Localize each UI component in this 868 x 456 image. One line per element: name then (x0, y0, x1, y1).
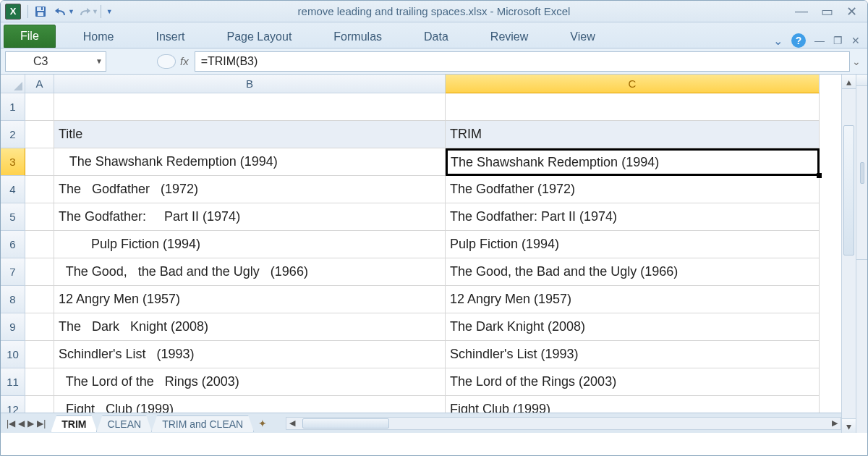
row-header-3[interactable]: 3 (1, 148, 25, 176)
cell-b1[interactable] (54, 93, 446, 121)
vertical-scrollbar[interactable]: ▴ ▾ (841, 75, 856, 433)
vscroll-down-icon[interactable]: ▾ (842, 418, 856, 433)
sheet-tab-trim[interactable]: TRIM (51, 415, 97, 432)
cell-c4[interactable]: The Godfather (1972) (446, 176, 820, 203)
name-box-dropdown-icon[interactable]: ▼ (95, 57, 103, 65)
cell-a6[interactable] (25, 231, 54, 258)
row-header-1[interactable]: 1 (1, 93, 25, 121)
excel-app-icon[interactable]: X (5, 4, 21, 20)
cell-a8[interactable] (25, 286, 54, 313)
sheet-nav-prev-icon[interactable]: ◀ (18, 418, 25, 428)
minimize-button[interactable]: ― (795, 4, 808, 20)
cell-b5[interactable]: The Godfather: Part II (1974) (54, 203, 446, 231)
cell-a2[interactable] (25, 121, 54, 148)
cell-b9[interactable]: The Dark Knight (2008) (54, 313, 446, 341)
row-header-6[interactable]: 6 (1, 231, 25, 258)
col-header-b[interactable]: B (54, 75, 446, 93)
cell-c2[interactable]: TRIM (446, 121, 820, 148)
sheet-nav-next-icon[interactable]: ▶ (27, 418, 34, 428)
cell-b10[interactable]: Schindler's List (1993) (54, 341, 446, 368)
cell-a10[interactable] (25, 341, 54, 368)
tab-home[interactable]: Home (69, 26, 129, 48)
row-header-8[interactable]: 8 (1, 286, 25, 313)
cell-c7[interactable]: The Good, the Bad and the Ugly (1966) (446, 258, 820, 286)
ribbon-expand-icon[interactable]: ⌄ (773, 34, 783, 48)
row-header-5[interactable]: 5 (1, 203, 25, 231)
svg-rect-2 (38, 12, 43, 16)
formula-expand-icon[interactable]: ⌄ (850, 56, 863, 67)
cell-c6[interactable]: Pulp Fiction (1994) (446, 231, 820, 258)
sheet-tab-trim-and-clean[interactable]: TRIM and CLEAN (151, 415, 254, 432)
formula-input[interactable] (195, 51, 850, 72)
cell-b6[interactable]: Pulp Fiction (1994) (54, 231, 446, 258)
sheet-tab-clean[interactable]: CLEAN (96, 415, 152, 432)
vscroll-thumb[interactable] (843, 125, 854, 256)
cell-c1[interactable] (446, 93, 820, 121)
name-box[interactable]: C3 ▼ (5, 51, 106, 72)
cancel-formula-icon[interactable] (157, 54, 176, 69)
cell-b2[interactable]: Title (54, 121, 446, 148)
split-strip (856, 75, 867, 433)
new-sheet-icon[interactable]: ✦ (254, 418, 271, 429)
fx-label[interactable]: fx (180, 55, 189, 67)
cell-c5[interactable]: The Godfather: Part II (1974) (446, 203, 820, 231)
name-box-value: C3 (33, 55, 48, 68)
svg-rect-3 (41, 7, 43, 10)
cell-b8[interactable]: 12 Angry Men (1957) (54, 286, 446, 313)
row-headers: 1 2 3 4 5 6 7 8 9 10 11 12 (1, 93, 25, 413)
cell-a3[interactable] (25, 148, 54, 176)
cell-c8[interactable]: 12 Angry Men (1957) (446, 286, 820, 313)
split-track[interactable] (856, 86, 867, 260)
cell-a7[interactable] (25, 258, 54, 286)
sheet-tab-bar: |◀ ◀ ▶ ▶| TRIM CLEAN TRIM and CLEAN ✦ ◀ … (1, 413, 841, 433)
tab-insert[interactable]: Insert (141, 26, 199, 48)
tab-view[interactable]: View (556, 26, 609, 48)
doc-minimize-button[interactable]: ― (814, 35, 825, 46)
cell-a4[interactable] (25, 176, 54, 203)
window-title: remove leading and trailing spaces.xlsx … (1, 5, 867, 17)
row-header-10[interactable]: 10 (1, 341, 25, 368)
col-header-c[interactable]: C (446, 75, 820, 93)
cell-c9[interactable]: The Dark Knight (2008) (446, 313, 820, 341)
doc-restore-button[interactable]: ❐ (833, 35, 843, 46)
horizontal-scrollbar[interactable]: ◀ ▶ (286, 417, 841, 430)
tab-review[interactable]: Review (476, 26, 542, 48)
row-header-4[interactable]: 4 (1, 176, 25, 203)
save-button[interactable] (30, 3, 51, 20)
spreadsheet-grid: A B C 1 2 3 4 5 6 7 8 9 10 11 12 (1, 75, 867, 433)
cell-c11[interactable]: The Lord of the Rings (2003) (446, 368, 820, 396)
title-bar: X ▼ ▼ ▼ remove leading and trailing spac… (1, 1, 867, 22)
help-icon[interactable]: ? (791, 33, 806, 48)
cell-b7[interactable]: The Good, the Bad and the Ugly (1966) (54, 258, 446, 286)
sheet-nav-last-icon[interactable]: ▶| (37, 418, 46, 428)
qat-customize-icon[interactable]: ▼ (103, 8, 116, 15)
row-header-9[interactable]: 9 (1, 313, 25, 341)
row-header-2[interactable]: 2 (1, 121, 25, 148)
row-header-11[interactable]: 11 (1, 368, 25, 396)
cell-c3[interactable]: The Shawshank Redemption (1994) (446, 148, 820, 176)
cell-b11[interactable]: The Lord of the Rings (2003) (54, 368, 446, 396)
tab-data[interactable]: Data (409, 26, 463, 48)
col-header-a[interactable]: A (25, 75, 54, 93)
cell-a1[interactable] (25, 93, 54, 121)
sheet-nav-first-icon[interactable]: |◀ (7, 418, 15, 428)
hscroll-thumb[interactable] (302, 418, 389, 428)
doc-close-button[interactable]: ✕ (851, 35, 860, 46)
row-header-7[interactable]: 7 (1, 258, 25, 286)
cell-b3[interactable]: The Shawshank Redemption (1994) (54, 148, 446, 176)
tab-page-layout[interactable]: Page Layout (212, 26, 306, 48)
maximize-button[interactable]: ▭ (821, 4, 833, 20)
tab-formulas[interactable]: Formulas (319, 26, 396, 48)
close-button[interactable]: ✕ (846, 4, 857, 20)
split-handle-top[interactable] (856, 75, 867, 86)
cell-a11[interactable] (25, 368, 54, 396)
cell-a9[interactable] (25, 313, 54, 341)
ribbon: File Home Insert Page Layout Formulas Da… (1, 22, 867, 48)
cell-c10[interactable]: Schindler's List (1993) (446, 341, 820, 368)
fill-handle[interactable] (817, 173, 822, 178)
cell-b4[interactable]: The Godfather (1972) (54, 176, 446, 203)
vscroll-up-icon[interactable]: ▴ (842, 75, 856, 89)
select-all-corner[interactable] (1, 75, 25, 93)
file-tab[interactable]: File (4, 25, 56, 48)
cell-a5[interactable] (25, 203, 54, 231)
